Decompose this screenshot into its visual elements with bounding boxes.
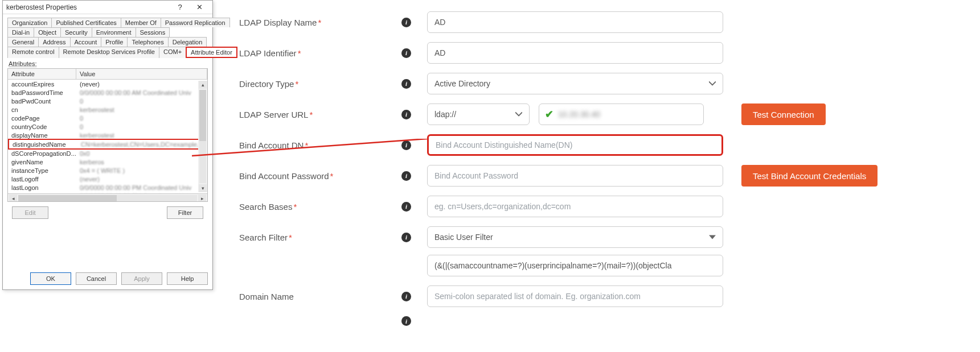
- ok-button[interactable]: OK: [30, 272, 71, 285]
- attr-name: distinguishedName: [9, 140, 77, 148]
- tab-remote-control[interactable]: Remote control: [7, 47, 59, 58]
- tab-published-certificates[interactable]: Published Certificates: [51, 18, 121, 27]
- info-icon[interactable]: i: [401, 79, 411, 89]
- domain-name-input[interactable]: [427, 285, 723, 307]
- edit-button[interactable]: Edit: [12, 206, 48, 219]
- table-row[interactable]: cnkerberostest: [8, 105, 207, 114]
- ldap-identifier-input[interactable]: [427, 42, 723, 64]
- label-bind-account-password: Bind Account Password: [239, 171, 329, 181]
- tab-attribute-editor[interactable]: Attribute Editor: [186, 47, 237, 58]
- tab-profile[interactable]: Profile: [101, 37, 128, 47]
- dialog-titlebar[interactable]: kerberostest Properties ? ✕: [3, 1, 212, 14]
- table-row[interactable]: lastLogon0/0/0000 00:00:00 PM Coordinate…: [8, 183, 207, 192]
- info-icon[interactable]: i: [401, 140, 411, 150]
- attr-value: (never): [76, 80, 207, 88]
- scroll-right-icon[interactable]: ▸: [198, 194, 206, 202]
- table-row[interactable]: distinguishedNameCN=kerberostest,CN=User…: [8, 139, 207, 150]
- required-icon: *: [305, 140, 308, 150]
- tab-object[interactable]: Object: [34, 27, 61, 37]
- attributes-header: Attribute Value: [8, 69, 207, 80]
- scroll-left-icon[interactable]: ◂: [9, 194, 17, 202]
- tab-general[interactable]: General: [7, 37, 39, 47]
- scrollbar-vertical[interactable]: ▴ ▾: [198, 81, 207, 192]
- tab-password-replication[interactable]: Password Replication: [161, 18, 230, 27]
- tab-organization[interactable]: Organization: [7, 18, 52, 27]
- attr-name: lastLogon: [8, 183, 76, 192]
- test-bind-credentials-button[interactable]: Test Bind Account Credentials: [741, 165, 878, 187]
- tab-telephones[interactable]: Telephones: [127, 37, 168, 47]
- tab-dial-in[interactable]: Dial-in: [7, 27, 34, 37]
- apply-button[interactable]: Apply: [121, 272, 162, 285]
- table-row[interactable]: lastLogoff(never): [8, 175, 207, 183]
- required-icon: *: [295, 79, 298, 89]
- col-attribute: Attribute: [8, 69, 76, 79]
- info-icon[interactable]: i: [401, 233, 411, 242]
- table-row[interactable]: dSCorePropagationD...0x0: [8, 149, 207, 158]
- label-ldap-identifier: LDAP Identifier: [239, 48, 297, 58]
- table-row[interactable]: badPasswordTime0/0/0000 00:00:00 AM Coor…: [8, 88, 207, 97]
- table-row[interactable]: countryCode0: [8, 122, 207, 131]
- tab-security[interactable]: Security: [60, 27, 92, 37]
- directory-type-select[interactable]: Active Directory: [427, 73, 723, 94]
- info-icon[interactable]: i: [401, 110, 411, 119]
- close-icon[interactable]: ✕: [190, 2, 209, 13]
- info-icon[interactable]: i: [401, 316, 411, 326]
- tab-environment[interactable]: Environment: [92, 27, 136, 37]
- table-row[interactable]: badPwdCount0: [8, 97, 207, 105]
- required-icon: *: [309, 110, 313, 119]
- row-domain-name: Domain Name i: [239, 285, 957, 307]
- label-ldap-server-url: LDAP Server URL: [239, 110, 308, 119]
- help-icon[interactable]: ?: [170, 2, 190, 13]
- ldap-server-status: ✔ 10.20.30.40: [539, 103, 704, 125]
- info-icon[interactable]: i: [401, 18, 411, 27]
- scroll-thumb-h[interactable]: [18, 195, 117, 202]
- row-search-bases: Search Bases* i: [239, 196, 957, 217]
- filter-button[interactable]: Filter: [167, 206, 203, 219]
- attr-value: 0: [76, 122, 207, 131]
- search-filter-value: Basic User Filter: [434, 233, 493, 242]
- attributes-rows[interactable]: accountExpires(never)badPasswordTime0/0/…: [8, 80, 207, 193]
- row-search-filter-string: [239, 255, 957, 276]
- table-row[interactable]: displayNamekerberostest: [8, 131, 207, 139]
- search-bases-input[interactable]: [427, 196, 723, 217]
- scroll-down-icon[interactable]: ▾: [199, 184, 207, 192]
- tab-address[interactable]: Address: [38, 37, 70, 47]
- table-row[interactable]: lastLogonTimestamp0/0/0000 00:00:00 PM C…: [8, 192, 207, 193]
- scroll-thumb-v[interactable]: [199, 90, 206, 141]
- search-filter-string-input[interactable]: [427, 255, 723, 276]
- check-icon: ✔: [545, 108, 553, 121]
- bind-account-dn-input[interactable]: [427, 134, 723, 156]
- tab-sessions[interactable]: Sessions: [136, 27, 170, 37]
- tab-member-of[interactable]: Member Of: [121, 18, 161, 27]
- tab-com-plus[interactable]: COM+: [159, 47, 186, 58]
- table-row[interactable]: givenNamekerberos: [8, 158, 207, 166]
- cancel-button[interactable]: Cancel: [76, 272, 117, 285]
- info-icon[interactable]: i: [401, 202, 411, 212]
- required-icon: *: [318, 18, 321, 27]
- info-icon[interactable]: i: [401, 171, 411, 181]
- scrollbar-horizontal[interactable]: ◂ ▸: [8, 193, 207, 202]
- row-search-filter: Search Filter* i Basic User Filter: [239, 226, 957, 248]
- help-button[interactable]: Help: [167, 272, 208, 285]
- tab-remote-desktop-services-profile[interactable]: Remote Desktop Services Profile: [59, 47, 159, 58]
- tab-delegation[interactable]: Delegation: [168, 37, 207, 47]
- info-icon[interactable]: i: [401, 292, 411, 301]
- table-row[interactable]: instanceType0x4 = ( WRITE ): [8, 166, 207, 175]
- scroll-track-h[interactable]: [18, 195, 197, 202]
- attr-value: 0/0/0000 00:00:00 AM Coordinated Univ: [76, 88, 207, 97]
- scroll-up-icon[interactable]: ▴: [199, 81, 207, 89]
- table-row[interactable]: accountExpires(never): [8, 80, 207, 88]
- info-icon[interactable]: i: [401, 48, 411, 58]
- scroll-track-v[interactable]: [199, 90, 206, 183]
- bind-account-password-input[interactable]: [427, 165, 723, 187]
- test-connection-button[interactable]: Test Connection: [741, 103, 826, 125]
- attr-name: lastLogonTimestamp: [8, 192, 76, 193]
- attributes-table[interactable]: Attribute Value accountExpires(never)bad…: [7, 68, 208, 202]
- ldap-display-name-input[interactable]: [427, 11, 723, 33]
- search-filter-select[interactable]: Basic User Filter: [427, 226, 723, 248]
- attr-value: 0: [76, 114, 207, 122]
- properties-dialog: kerberostest Properties ? ✕ Organization…: [2, 0, 213, 290]
- tab-account[interactable]: Account: [70, 37, 102, 47]
- table-row[interactable]: codePage0: [8, 114, 207, 122]
- ldap-scheme-select[interactable]: ldap://: [427, 103, 530, 125]
